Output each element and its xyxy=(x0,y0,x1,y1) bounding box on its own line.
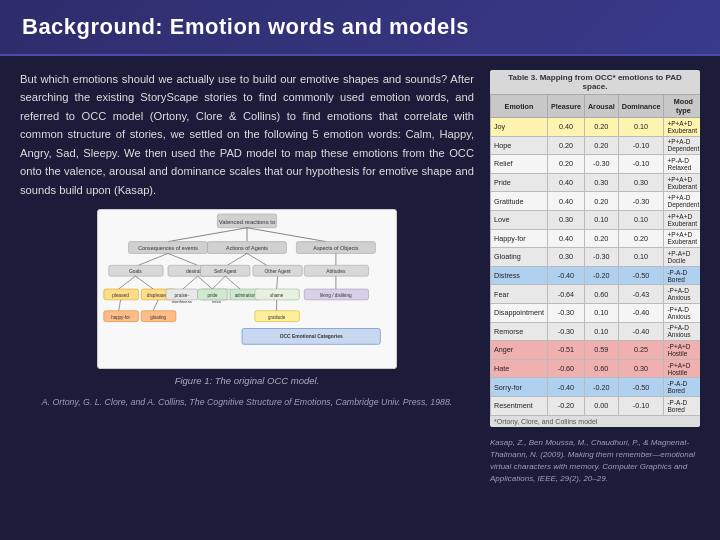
svg-text:OCC Emotional Categories: OCC Emotional Categories xyxy=(280,335,343,340)
right-column: Table 3. Mapping from OCC* emotions to P… xyxy=(490,70,700,530)
diagram-caption: Figure 1: The original OCC model. xyxy=(175,375,320,386)
emotion-name: Disappointment xyxy=(491,303,548,322)
emotion-value: -0.30 xyxy=(547,322,584,341)
table-title: Table 3. Mapping from OCC* emotions to P… xyxy=(490,70,700,94)
svg-text:gratitude: gratitude xyxy=(268,315,286,320)
emotion-value: 0.10 xyxy=(584,210,618,229)
col-arousal: Arousal xyxy=(584,95,618,118)
svg-text:Other Agent: Other Agent xyxy=(264,270,291,275)
svg-text:pride: pride xyxy=(208,293,218,298)
emotion-value: 0.10 xyxy=(618,210,664,229)
emotion-value: -P+A-D Anxious xyxy=(664,322,700,341)
emotion-value: +P+A+D Exuberant xyxy=(664,229,700,248)
emotion-value: -P-A-D Bored xyxy=(664,266,700,285)
emotion-name: Love xyxy=(491,210,548,229)
emotion-value: 0.10 xyxy=(618,118,664,137)
emotion-value: 0.20 xyxy=(584,192,618,211)
emotion-value: -0.40 xyxy=(618,303,664,322)
emotion-value: +P+A+D Exuberant xyxy=(664,173,700,192)
emotion-value: -0.40 xyxy=(618,322,664,341)
table-row: Sorry-for-0.40-0.20-0.50-P-A-D Bored xyxy=(491,378,701,397)
emotion-value: -0.50 xyxy=(618,266,664,285)
emotion-value: -0.30 xyxy=(584,155,618,174)
emotion-value: -0.50 xyxy=(618,378,664,397)
emotion-value: 0.30 xyxy=(618,359,664,378)
emotion-name: Hate xyxy=(491,359,548,378)
table-row: Happy-for0.400.200.20+P+A+D Exuberant xyxy=(491,229,701,248)
emotion-value: 0.10 xyxy=(618,248,664,267)
svg-text:Aspects of Objects: Aspects of Objects xyxy=(313,245,358,251)
emotion-value: 0.20 xyxy=(547,155,584,174)
emotion-name: Hope xyxy=(491,136,548,155)
emotion-name: Fear xyxy=(491,285,548,304)
main-paragraph: But which emotions should we actually us… xyxy=(20,70,474,199)
emotion-name: Remorse xyxy=(491,322,548,341)
table-row: Hate-0.600.600.30-P+A+D Hostile xyxy=(491,359,701,378)
svg-text:Self Agent: Self Agent xyxy=(214,270,237,275)
svg-text:Valenced reactions to: Valenced reactions to xyxy=(219,219,276,225)
emotion-value: -0.20 xyxy=(584,378,618,397)
emotion-table: Emotion Pleasure Arousal Dominance Mood … xyxy=(490,94,700,416)
diagram-area: Valenced reactions to Consequences of ev… xyxy=(20,209,474,530)
occ-diagram-svg: Valenced reactions to Consequences of ev… xyxy=(98,210,396,368)
emotion-name: Happy-for xyxy=(491,229,548,248)
svg-text:pleased: pleased xyxy=(112,293,129,298)
emotion-value: -P+A+D Hostile xyxy=(664,359,700,378)
emotion-name: Resentment xyxy=(491,396,548,415)
emotion-value: -0.20 xyxy=(584,266,618,285)
emotion-value: -0.40 xyxy=(547,378,584,397)
table-row: Resentment-0.200.00-0.10-P-A-D Bored xyxy=(491,396,701,415)
svg-text:Attitudes: Attitudes xyxy=(326,270,346,275)
col-emotion: Emotion xyxy=(491,95,548,118)
col-pleasure: Pleasure xyxy=(547,95,584,118)
emotion-value: 0.40 xyxy=(547,118,584,137)
right-refs: Kasap, Z., Ben Moussa, M., Chaudhuri, P.… xyxy=(490,437,700,488)
emotion-value: 0.59 xyxy=(584,341,618,360)
emotion-value: -0.43 xyxy=(618,285,664,304)
emotion-value: 0.20 xyxy=(584,229,618,248)
svg-text:admiration: admiration xyxy=(235,293,256,298)
emotion-value: 0.60 xyxy=(584,359,618,378)
emotion-value: +P-A-D Relaxed xyxy=(664,155,700,174)
table-row: Love0.300.100.10+P+A+D Exuberant xyxy=(491,210,701,229)
emotion-value: 0.20 xyxy=(618,229,664,248)
emotion-value: 0.10 xyxy=(584,322,618,341)
emotion-value: -0.10 xyxy=(618,396,664,415)
svg-text:praise-: praise- xyxy=(175,293,190,298)
emotion-value: +P+A+D Exuberant xyxy=(664,118,700,137)
table-row: Gloating0.30-0.300.10+P-A+D Docile xyxy=(491,248,701,267)
emotion-value: -0.51 xyxy=(547,341,584,360)
emotion-name: Sorry-for xyxy=(491,378,548,397)
emotion-value: 0.10 xyxy=(584,303,618,322)
slide-container: Background: Emotion words and models But… xyxy=(0,0,720,540)
emotion-value: -0.10 xyxy=(618,155,664,174)
emotion-value: 0.25 xyxy=(618,341,664,360)
emotion-value: -P+A-D Anxious xyxy=(664,303,700,322)
emotion-value: 0.30 xyxy=(618,173,664,192)
emotion-value: -P-A-D Bored xyxy=(664,378,700,397)
emotion-value: -0.30 xyxy=(584,248,618,267)
emotion-value: +P+A+D Exuberant xyxy=(664,210,700,229)
emotion-value: -0.10 xyxy=(618,136,664,155)
left-column: But which emotions should we actually us… xyxy=(20,70,474,530)
emotion-value: 0.20 xyxy=(547,136,584,155)
svg-text:gloating: gloating xyxy=(150,315,166,320)
table-row: Remorse-0.300.10-0.40-P+A-D Anxious xyxy=(491,322,701,341)
emotion-value: 0.00 xyxy=(584,396,618,415)
slide-content: But which emotions should we actually us… xyxy=(0,56,720,540)
emotion-name: Gratitude xyxy=(491,192,548,211)
table-row: Joy0.400.200.10+P+A+D Exuberant xyxy=(491,118,701,137)
table-header-row: Emotion Pleasure Arousal Dominance Mood … xyxy=(491,95,701,118)
table-row: Pride0.400.300.30+P+A+D Exuberant xyxy=(491,173,701,192)
emotion-value: -0.30 xyxy=(618,192,664,211)
table-row: Hope0.200.20-0.10+P+A-D Dependent xyxy=(491,136,701,155)
emotion-value: 0.30 xyxy=(547,210,584,229)
emotion-value: 0.20 xyxy=(584,118,618,137)
emotion-name: Pride xyxy=(491,173,548,192)
svg-text:happy-for: happy-for xyxy=(111,315,130,320)
svg-text:liking / disliking: liking / disliking xyxy=(320,293,352,298)
occ-diagram: Valenced reactions to Consequences of ev… xyxy=(97,209,397,369)
emotion-value: 0.30 xyxy=(584,173,618,192)
col-mood: Mood type xyxy=(664,95,700,118)
emotion-value: -0.60 xyxy=(547,359,584,378)
